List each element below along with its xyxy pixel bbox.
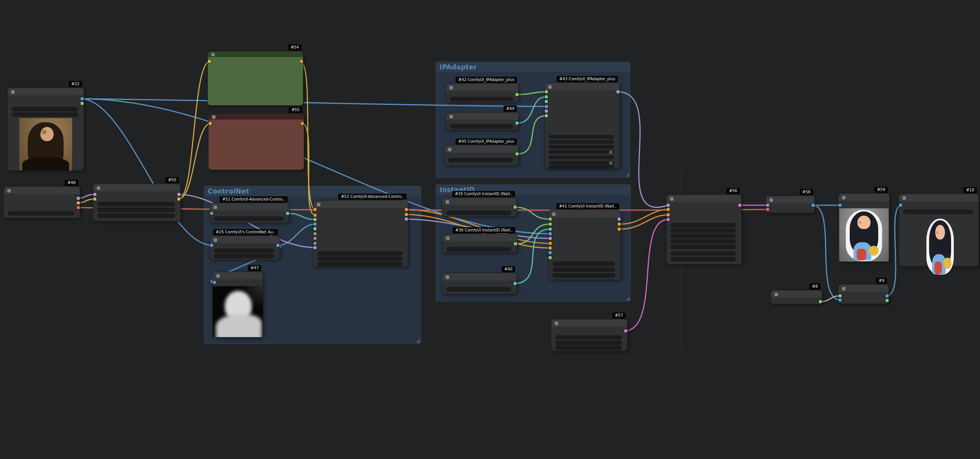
widget-row[interactable]: [670, 239, 736, 244]
collapse-button[interactable]: [97, 186, 100, 190]
input-port-image[interactable]: [839, 299, 842, 302]
widget-row[interactable]: [555, 346, 622, 350]
widget-row[interactable]: [12, 107, 78, 111]
collapse-button[interactable]: [317, 203, 320, 206]
node-56[interactable]: [667, 195, 741, 264]
output-port-latent[interactable]: [738, 204, 741, 207]
output-port-cond[interactable]: [300, 60, 303, 63]
input-port-latent[interactable]: [667, 218, 670, 221]
output-port-mask[interactable]: [515, 152, 519, 155]
node-title-bar[interactable]: [8, 88, 84, 95]
collapse-button[interactable]: [670, 197, 674, 201]
node-36[interactable]: [443, 234, 517, 253]
node-41[interactable]: [549, 210, 621, 280]
input-port-image[interactable]: [545, 105, 548, 108]
widget-row[interactable]: [552, 267, 615, 272]
widget-row[interactable]: [903, 209, 973, 214]
widget-row[interactable]: [670, 257, 736, 262]
output-port-cond[interactable]: [618, 223, 621, 226]
input-port-gray[interactable]: [313, 237, 317, 240]
collapse-button[interactable]: [212, 115, 216, 119]
output-port-control[interactable]: [286, 212, 289, 215]
group-resize-handle[interactable]: [626, 297, 630, 300]
node-title-bar[interactable]: [209, 114, 304, 120]
node-title-bar[interactable]: [442, 198, 517, 205]
collapse-button[interactable]: [446, 275, 449, 279]
input-port-vae[interactable]: [766, 208, 769, 211]
node-title-bar[interactable]: [766, 196, 815, 203]
node-title-bar[interactable]: [313, 201, 408, 208]
output-port-model[interactable]: [616, 90, 620, 93]
widget-row[interactable]: [97, 208, 175, 212]
widget-row[interactable]: [670, 223, 736, 228]
collapse-button[interactable]: [842, 196, 845, 199]
collapse-button[interactable]: [216, 274, 220, 278]
node-43[interactable]: [545, 83, 620, 169]
node-title-bar[interactable]: [213, 272, 263, 279]
input-port-model[interactable]: [545, 110, 548, 113]
input-port-cond[interactable]: [667, 208, 670, 211]
collapse-button[interactable]: [214, 206, 217, 209]
widget-row[interactable]: [549, 165, 614, 169]
node-title-bar[interactable]: [551, 319, 627, 327]
node-title-bar[interactable]: [667, 195, 741, 202]
output-port-model[interactable]: [177, 193, 180, 196]
output-port-model[interactable]: [77, 197, 80, 200]
collapse-button[interactable]: [446, 236, 450, 240]
node-9[interactable]: [839, 285, 889, 304]
input-port-gray[interactable]: [313, 232, 317, 235]
widget-row[interactable]: [549, 135, 614, 139]
node-title-bar[interactable]: [210, 236, 280, 243]
node-40[interactable]: [442, 273, 517, 294]
node-title-bar[interactable]: [549, 210, 621, 218]
collapse-button[interactable]: [552, 213, 556, 216]
collapse-button[interactable]: [7, 189, 11, 192]
widget-row[interactable]: [8, 211, 74, 216]
node-title-bar[interactable]: [445, 145, 519, 153]
input-port-model[interactable]: [549, 237, 552, 240]
widget-row[interactable]: [549, 155, 614, 159]
widget-knob[interactable]: [609, 150, 613, 154]
input-port-latent[interactable]: [766, 204, 769, 207]
collapse-button[interactable]: [548, 85, 552, 89]
node-44[interactable]: [446, 113, 519, 130]
widget-row[interactable]: [670, 228, 736, 233]
widget-row[interactable]: [317, 251, 402, 256]
node-graph-canvas[interactable]: IPAdapterControlNetInstantID#22#48#50#54…: [0, 0, 980, 459]
input-port-model[interactable]: [93, 193, 96, 196]
input-port-clip[interactable]: [93, 197, 96, 201]
node-55[interactable]: [209, 114, 304, 170]
node-title-bar[interactable]: [210, 203, 289, 211]
node-title-bar[interactable]: [446, 84, 519, 91]
collapse-button[interactable]: [214, 238, 217, 242]
output-port-mask[interactable]: [886, 299, 889, 302]
input-port-mask[interactable]: [545, 90, 548, 93]
node-title-bar[interactable]: [899, 194, 978, 201]
node-52[interactable]: [313, 201, 408, 267]
output-port-image[interactable]: [81, 97, 84, 100]
output-port-model[interactable]: [405, 218, 408, 221]
node-title-bar[interactable]: [771, 290, 822, 298]
widget-row[interactable]: [97, 213, 175, 218]
node-title-bar[interactable]: [545, 83, 620, 90]
widget-row[interactable]: [446, 247, 512, 251]
widget-row[interactable]: [448, 158, 513, 162]
input-port-cond[interactable]: [313, 214, 317, 217]
input-port-control[interactable]: [545, 95, 548, 98]
input-port-mask[interactable]: [549, 218, 552, 221]
input-port-cond[interactable]: [313, 208, 317, 211]
collapse-button[interactable]: [450, 115, 453, 118]
input-port-mask[interactable]: [545, 114, 548, 117]
output-port-latent[interactable]: [624, 329, 627, 332]
output-port-model[interactable]: [618, 218, 621, 221]
input-port-image[interactable]: [899, 204, 902, 207]
node-title-bar[interactable]: [443, 234, 517, 241]
output-port-control[interactable]: [514, 282, 517, 285]
widget-row[interactable]: [12, 112, 78, 117]
input-port-cond[interactable]: [667, 213, 670, 216]
output-port-mask[interactable]: [514, 206, 517, 209]
input-port-clip[interactable]: [208, 60, 211, 63]
input-port-image[interactable]: [210, 244, 213, 247]
input-port-cond[interactable]: [549, 242, 552, 245]
output-port-mask[interactable]: [819, 300, 822, 303]
